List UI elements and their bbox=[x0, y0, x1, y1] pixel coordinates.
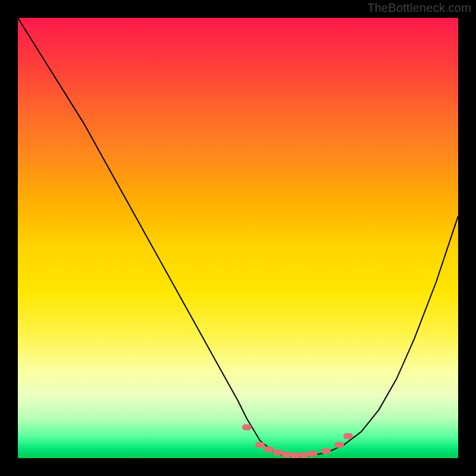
data-marker bbox=[334, 442, 344, 448]
curve-line bbox=[18, 18, 458, 457]
data-marker bbox=[255, 442, 265, 448]
data-marker bbox=[281, 452, 291, 458]
data-marker bbox=[290, 453, 300, 458]
chart-frame: TheBottleneck.com bbox=[0, 0, 476, 476]
plot-area bbox=[18, 18, 458, 458]
data-marker bbox=[273, 449, 283, 455]
chart-svg bbox=[18, 18, 458, 458]
data-marker bbox=[299, 452, 309, 458]
data-marker bbox=[343, 433, 353, 439]
data-marker bbox=[321, 448, 331, 454]
data-marker bbox=[308, 451, 318, 457]
data-marker bbox=[264, 446, 274, 452]
watermark-text: TheBottleneck.com bbox=[367, 1, 471, 15]
data-marker bbox=[242, 424, 252, 430]
